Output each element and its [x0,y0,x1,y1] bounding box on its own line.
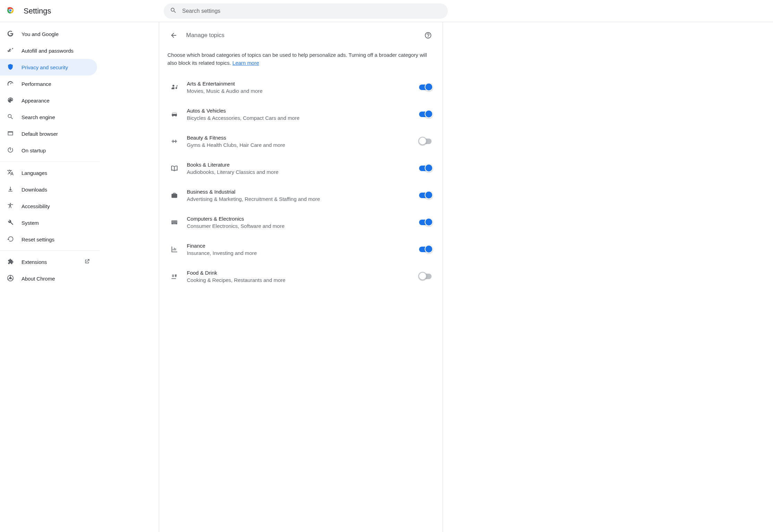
topic-toggle[interactable] [419,274,432,279]
sidebar-item-label: Appearance [21,98,50,104]
g-logo-icon [7,30,14,38]
topic-subtitle: Consumer Electronics, Software and more [187,223,411,229]
topic-row: Food & DrinkCooking & Recipes, Restauran… [167,263,434,290]
app-title: Settings [24,7,51,16]
fitness-icon [170,138,179,145]
sidebar-item-extensions[interactable]: Extensions [0,254,97,270]
topic-row: FinanceInsurance, Investing and more [167,236,434,263]
browser-icon [7,130,14,138]
sidebar-item-performance[interactable]: Performance [0,76,97,92]
topic-toggle[interactable] [419,166,432,171]
topic-title: Books & Literature [187,162,411,168]
car-icon [170,110,179,118]
sidebar-item-label: Reset settings [21,237,54,242]
sidebar-item-label: You and Google [21,31,59,37]
wrench-icon [7,219,14,227]
topic-subtitle: Advertising & Marketing, Recruitment & S… [187,196,411,202]
sidebar-item-default-browser[interactable]: Default browser [0,125,97,142]
sidebar-item-label: Search engine [21,114,55,120]
top-bar: Settings [0,0,773,22]
sidebar-item-label: Privacy and security [21,64,68,70]
sidebar-item-search-engine[interactable]: Search engine [0,109,97,125]
topic-row: Autos & VehiclesBicycles & Accessories, … [167,101,434,128]
topic-row: Arts & EntertainmentMovies, Music & Audi… [167,74,434,101]
sidebar-item-reset[interactable]: Reset settings [0,231,97,248]
sidebar-item-label: Accessibility [21,203,50,209]
topic-title: Business & Industrial [187,189,411,195]
sidebar-item-label: System [21,220,39,226]
sidebar-item-about[interactable]: About Chrome [0,270,97,287]
search-box[interactable] [164,3,448,19]
page-title: Manage topics [186,32,416,39]
chart-icon [170,246,179,253]
speed-icon [7,80,14,88]
book-icon [170,165,179,172]
sidebar-item-label: Downloads [21,187,47,193]
keyboard-icon [170,219,179,226]
search-input[interactable] [182,8,442,15]
sidebar-item-label: Extensions [21,259,47,265]
topic-toggle[interactable] [419,247,432,252]
topic-toggle[interactable] [419,220,432,225]
sidebar-item-accessibility[interactable]: Accessibility [0,198,97,214]
chrome-logo-icon [6,6,15,16]
topic-subtitle: Insurance, Investing and more [187,250,411,256]
topic-toggle[interactable] [419,85,432,90]
topic-subtitle: Movies, Music & Audio and more [187,88,411,94]
topic-title: Computers & Electronics [187,216,411,222]
topic-title: Food & Drink [187,270,411,276]
chrome-icon [7,275,14,283]
sidebar-item-label: Languages [21,170,47,176]
sidebar-item-label: About Chrome [21,276,55,282]
topic-row: Books & LiteratureAudiobooks, Literary C… [167,155,434,182]
shield-icon [7,63,14,71]
topic-row: Beauty & FitnessGyms & Health Clubs, Hai… [167,128,434,155]
learn-more-link[interactable]: Learn more [233,60,259,66]
download-icon [7,186,14,194]
sidebar-item-startup[interactable]: On startup [0,142,97,159]
topic-subtitle: Cooking & Recipes, Restaurants and more [187,277,411,283]
sidebar: You and GoogleAutofill and passwordsPriv… [0,22,100,532]
extension-icon [7,258,14,266]
topic-title: Beauty & Fitness [187,135,411,141]
topic-subtitle: Gyms & Health Clubs, Hair Care and more [187,142,411,148]
sidebar-item-privacy[interactable]: Privacy and security [0,59,97,76]
topic-row: Computers & ElectronicsConsumer Electron… [167,209,434,236]
restore-icon [7,236,14,243]
help-button[interactable] [422,29,434,42]
topic-row: Business & IndustrialAdvertising & Marke… [167,182,434,209]
topic-toggle[interactable] [419,193,432,198]
briefcase-icon [170,192,179,199]
sidebar-item-label: Performance [21,81,51,87]
key-icon [7,47,14,55]
back-button[interactable] [167,29,180,42]
topic-subtitle: Audiobooks, Literary Classics and more [187,169,411,175]
sidebar-item-downloads[interactable]: Downloads [0,181,97,198]
topic-title: Autos & Vehicles [187,108,411,114]
sidebar-item-you-google[interactable]: You and Google [0,26,97,42]
topic-title: Arts & Entertainment [187,81,411,87]
search-icon [7,113,14,121]
food-icon [170,273,179,280]
topic-subtitle: Bicycles & Accessories, Compact Cars and… [187,115,411,121]
translate-icon [7,169,14,177]
sidebar-item-appearance[interactable]: Appearance [0,92,97,109]
sidebar-item-label: Default browser [21,131,58,137]
sidebar-item-system[interactable]: System [0,214,97,231]
svg-point-4 [9,277,12,279]
sidebar-item-languages[interactable]: Languages [0,165,97,181]
accessibility-icon [7,202,14,210]
sidebar-item-label: On startup [21,148,46,153]
open-in-new-icon [84,258,90,266]
content-panel: Manage topics Choose which broad categor… [159,22,443,532]
sidebar-item-label: Autofill and passwords [21,48,73,54]
sidebar-item-autofill[interactable]: Autofill and passwords [0,42,97,59]
person-music-icon [170,83,179,91]
power-icon [7,147,14,154]
topic-toggle[interactable] [419,112,432,117]
intro-text: Choose which broad categories of topics … [167,51,434,67]
palette-icon [7,97,14,105]
topic-title: Finance [187,243,411,249]
search-icon [170,7,177,15]
topic-toggle[interactable] [419,139,432,144]
